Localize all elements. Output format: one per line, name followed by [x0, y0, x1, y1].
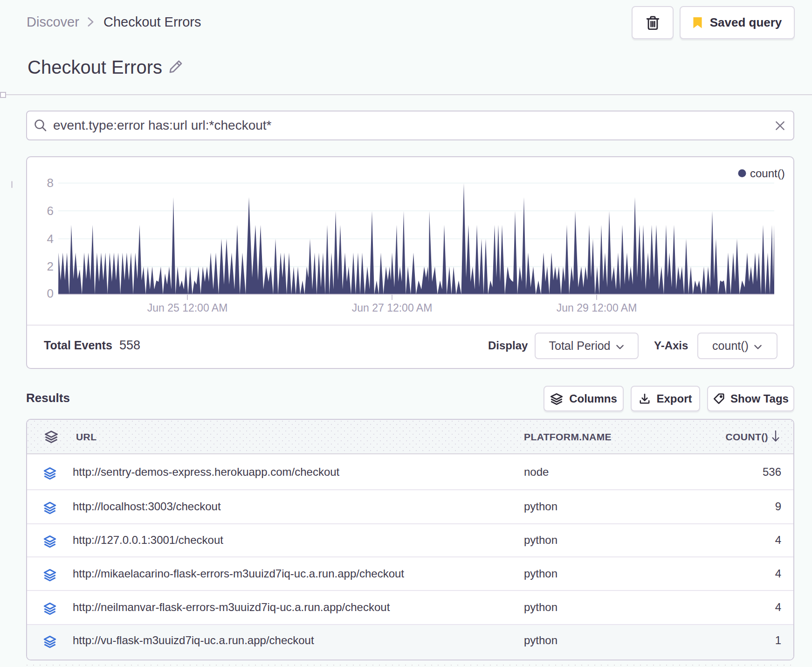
svg-text:0: 0	[47, 286, 54, 300]
svg-text:6: 6	[47, 204, 54, 218]
svg-text:4: 4	[47, 232, 54, 246]
svg-text:2: 2	[47, 259, 54, 273]
svg-text:Jun 29 12:00 AM: Jun 29 12:00 AM	[557, 302, 637, 314]
svg-text:count(): count()	[750, 167, 785, 180]
svg-text:8: 8	[47, 176, 54, 190]
svg-text:Jun 25 12:00 AM: Jun 25 12:00 AM	[147, 302, 228, 314]
svg-text:Jun 27 12:00 AM: Jun 27 12:00 AM	[352, 302, 433, 314]
